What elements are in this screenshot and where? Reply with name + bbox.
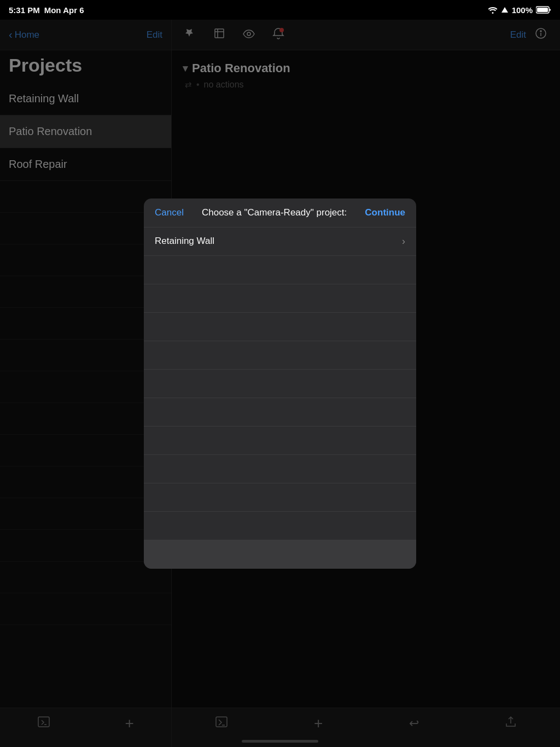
modal-header: Cancel Choose a "Camera-Ready" project: … [144, 199, 416, 227]
modal-empty-row [144, 284, 416, 313]
modal-empty-row [144, 483, 416, 512]
modal-empty-row [144, 512, 416, 540]
modal-empty-row [144, 427, 416, 455]
modal-empty-row [144, 370, 416, 398]
modal-empty-row [144, 455, 416, 483]
modal-footer [144, 540, 416, 569]
modal-empty-row [144, 313, 416, 341]
wifi-icon [488, 6, 498, 14]
status-time: 5:31 PM [9, 5, 40, 15]
modal-cancel-button[interactable]: Cancel [155, 207, 184, 218]
app-container: ‹ Home Edit Projects Retaining Wall Pati… [0, 20, 560, 747]
modal-selected-project-row[interactable]: Retaining Wall › [144, 227, 416, 256]
modal-overlay: Cancel Choose a "Camera-Ready" project: … [0, 20, 560, 747]
status-bar-left: 5:31 PM Mon Apr 6 [9, 5, 84, 15]
modal-empty-row [144, 341, 416, 370]
status-bar: 5:31 PM Mon Apr 6 100% [0, 0, 560, 20]
camera-ready-modal: Cancel Choose a "Camera-Ready" project: … [144, 199, 416, 569]
modal-title: Choose a "Camera-Ready" project: [184, 207, 365, 218]
battery-percent: 100% [512, 5, 533, 15]
battery-icon [536, 6, 551, 14]
modal-empty-row [144, 256, 416, 284]
signal-icon [501, 6, 509, 14]
modal-body: Retaining Wall › [144, 227, 416, 540]
status-bar-right: 100% [488, 5, 551, 15]
status-date: Mon Apr 6 [44, 5, 84, 15]
svg-rect-1 [537, 8, 548, 12]
modal-continue-button[interactable]: Continue [365, 207, 405, 218]
modal-project-name: Retaining Wall [155, 236, 214, 247]
modal-empty-row [144, 398, 416, 427]
chevron-right-icon: › [402, 236, 405, 247]
